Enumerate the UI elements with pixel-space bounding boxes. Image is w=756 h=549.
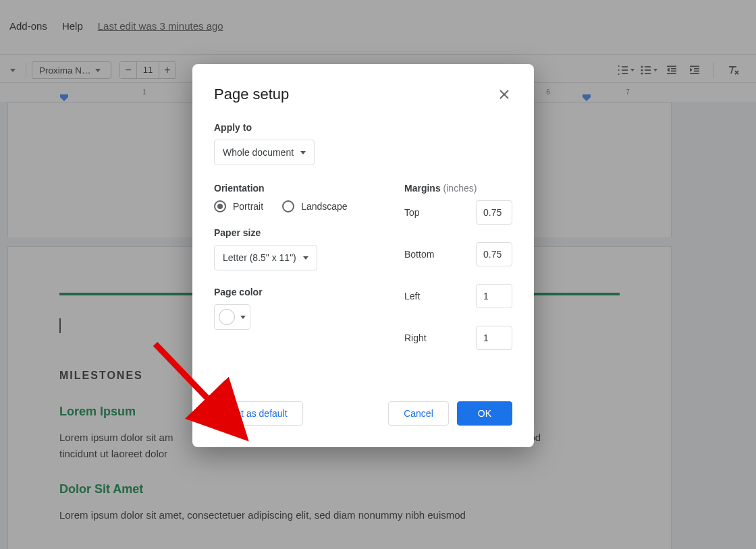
- margins-label: Margins (inches): [404, 183, 512, 194]
- ok-button[interactable]: OK: [457, 401, 512, 426]
- apply-to-value: Whole document: [223, 147, 294, 158]
- close-icon[interactable]: [496, 86, 512, 103]
- chevron-down-icon: [300, 151, 306, 154]
- paper-size-label: Paper size: [214, 227, 391, 238]
- margin-top-input[interactable]: [476, 200, 512, 225]
- page-color-select[interactable]: [214, 304, 250, 330]
- orientation-label: Orientation: [214, 183, 391, 194]
- chevron-down-icon: [240, 316, 246, 319]
- set-as-default-button[interactable]: Set as default: [214, 401, 303, 426]
- radio-selected-icon: [214, 200, 226, 212]
- margin-right-label: Right: [404, 333, 427, 343]
- page-setup-dialog: Page setup Apply to Whole document Orien…: [192, 64, 534, 447]
- apply-to-label: Apply to: [214, 122, 512, 133]
- margin-left-input[interactable]: [476, 284, 512, 308]
- orientation-portrait-label: Portrait: [233, 201, 263, 212]
- margin-left-label: Left: [404, 291, 420, 301]
- orientation-landscape-radio[interactable]: Landscape: [282, 200, 348, 212]
- dialog-title: Page setup: [214, 86, 289, 103]
- orientation-portrait-radio[interactable]: Portrait: [214, 200, 263, 212]
- margin-right-input[interactable]: [476, 326, 512, 350]
- page-color-label: Page color: [214, 287, 391, 297]
- color-swatch: [219, 309, 235, 325]
- cancel-button[interactable]: Cancel: [388, 401, 449, 426]
- margin-bottom-label: Bottom: [404, 249, 434, 260]
- orientation-landscape-label: Landscape: [301, 201, 348, 212]
- paper-size-select[interactable]: Letter (8.5" x 11"): [214, 245, 317, 270]
- margin-top-label: Top: [404, 207, 420, 218]
- radio-unselected-icon: [282, 200, 294, 212]
- apply-to-select[interactable]: Whole document: [214, 140, 315, 165]
- chevron-down-icon: [303, 256, 308, 260]
- margin-bottom-input[interactable]: [476, 242, 512, 266]
- paper-size-value: Letter (8.5" x 11"): [223, 252, 296, 263]
